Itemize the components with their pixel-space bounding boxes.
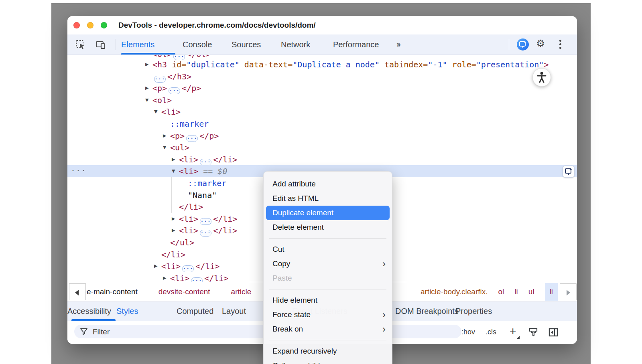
- dom-tree-row[interactable]: ···</h3>: [67, 71, 577, 83]
- settings-gear-icon[interactable]: ⚙: [536, 38, 545, 49]
- dom-token-tag: </li>: [213, 155, 237, 164]
- dom-token-tag: <li>: [161, 261, 181, 271]
- collapsed-children-pill[interactable]: ···: [200, 159, 211, 166]
- ai-assistant-icon[interactable]: [517, 38, 529, 51]
- collapsed-children-pill[interactable]: ···: [154, 76, 166, 83]
- inspect-icon[interactable]: [75, 40, 86, 50]
- sidebar-tab-accessibility[interactable]: Accessibility: [67, 302, 111, 321]
- expand-arrow-icon[interactable]: ▶: [163, 272, 166, 282]
- dom-tree-row[interactable]: ▶<li>···</li>: [67, 154, 577, 166]
- dom-token-attr: id=: [167, 60, 186, 69]
- sidebar-tab-properties[interactable]: Properties: [455, 302, 492, 321]
- dom-tree-row[interactable]: ▼<ul>: [67, 142, 577, 154]
- collapse-arrow-icon[interactable]: ▼: [145, 94, 148, 106]
- row-options-dots[interactable]: ···: [71, 164, 86, 176]
- more-tabs-button[interactable]: ››: [396, 34, 400, 55]
- dom-token-tag: <li>: [170, 273, 189, 282]
- collapsed-children-pill[interactable]: ···: [191, 277, 203, 282]
- breadcrumb-item[interactable]: article-body.clearfix.: [421, 287, 488, 296]
- toolbar-divider-right: [509, 39, 509, 50]
- rendering-brush-icon[interactable]: [528, 327, 538, 338]
- tab-elements[interactable]: Elements: [121, 34, 154, 55]
- expand-arrow-icon[interactable]: ▶: [145, 59, 148, 71]
- expand-arrow-icon[interactable]: ▶: [163, 130, 166, 142]
- context-menu-item-copy[interactable]: Copy›: [264, 257, 392, 271]
- pseudo-state-toggle[interactable]: :hov: [461, 321, 475, 344]
- breadcrumb-item[interactable]: devsite-content: [158, 287, 210, 296]
- dom-node-text: ···</h3>: [152, 71, 191, 83]
- collapsed-children-pill[interactable]: ···: [200, 218, 211, 225]
- breadcrumb-item[interactable]: ul: [528, 287, 534, 296]
- device-toolbar-icon[interactable]: [95, 40, 106, 50]
- zoom-button[interactable]: [101, 22, 107, 28]
- dom-token-eq: ==: [198, 166, 217, 176]
- collapsed-children-pill[interactable]: ···: [169, 87, 180, 94]
- collapsed-children-pill[interactable]: ···: [182, 265, 194, 272]
- breadcrumb-item-selected[interactable]: li: [545, 283, 558, 301]
- tab-console[interactable]: Console: [183, 34, 212, 55]
- close-button[interactable]: [73, 22, 80, 28]
- breadcrumb-item[interactable]: ol: [498, 287, 504, 296]
- new-style-rule-button[interactable]: +: [510, 321, 516, 344]
- expand-arrow-icon[interactable]: ▶: [172, 213, 175, 225]
- filter-input[interactable]: [92, 326, 214, 338]
- dom-token-tag: <ol>: [152, 95, 172, 105]
- dom-token-tag: >: [544, 60, 549, 69]
- dom-token-value: "duplicate": [186, 60, 239, 69]
- breadcrumb-item[interactable]: article: [231, 287, 252, 296]
- dom-token-tag: <li>: [179, 214, 198, 224]
- sidebar-tab-computed[interactable]: Computed: [177, 302, 213, 321]
- sidebar-tab-styles[interactable]: Styles: [116, 302, 138, 321]
- devtools-toolbar: ElementsConsoleSourcesNetworkPerformance…: [67, 34, 577, 55]
- class-toggle[interactable]: .cls: [486, 321, 496, 344]
- collapse-arrow-icon[interactable]: ▼: [154, 106, 157, 118]
- dom-tree-row[interactable]: ::marker: [67, 118, 577, 130]
- context-menu-item-expand-recursively[interactable]: Expand recursively: [264, 344, 392, 358]
- collapsed-children-pill[interactable]: ···: [200, 230, 211, 237]
- selected-tab-underline: [121, 53, 175, 55]
- toggle-sidebar-icon[interactable]: [548, 327, 559, 338]
- menu-separator: [269, 238, 386, 239]
- dom-tree-row[interactable]: ▼<li>: [67, 106, 577, 118]
- dom-token-tag: </p>: [199, 131, 219, 141]
- dom-tree-row[interactable]: ▶<p>···</p>: [67, 82, 577, 94]
- expand-arrow-icon[interactable]: ▶: [172, 154, 175, 166]
- dom-token-tag: </ul>: [170, 238, 194, 247]
- breadcrumb-scroll-left-button[interactable]: [69, 283, 86, 300]
- kebab-menu-icon[interactable]: [559, 40, 562, 51]
- sidebar-tab-dom-breakpoints[interactable]: DOM Breakpoints: [395, 302, 459, 321]
- ai-assistant-badge-icon[interactable]: [563, 166, 575, 178]
- dom-tree-row[interactable]: ▶<h3 id="duplicate" data-text="Duplicate…: [67, 59, 577, 71]
- expand-arrow-icon[interactable]: ▶: [154, 260, 157, 272]
- context-menu-item-delete-element[interactable]: Delete element: [264, 220, 392, 235]
- context-menu-item-force-state[interactable]: Force state›: [264, 307, 392, 322]
- context-menu-item-duplicate-element[interactable]: Duplicate element: [266, 206, 390, 220]
- context-menu-item-collapse-children[interactable]: Collapse children: [264, 358, 392, 364]
- context-menu-item-paste: Paste: [264, 271, 392, 285]
- sidebar-tab-layout[interactable]: Layout: [222, 302, 246, 321]
- dom-token-tag: </li>: [213, 226, 237, 235]
- collapse-arrow-icon[interactable]: ▼: [163, 142, 166, 154]
- tab-performance[interactable]: Performance: [333, 34, 379, 55]
- context-menu-item-edit-as-html[interactable]: Edit as HTML: [264, 191, 392, 206]
- breadcrumb-item[interactable]: li: [514, 287, 518, 296]
- dom-node-text: <h3 id="duplicate" data-text="Duplicate …: [152, 59, 549, 71]
- minimize-button[interactable]: [87, 22, 93, 28]
- tab-sources[interactable]: Sources: [232, 34, 261, 55]
- context-menu-item-hide-element[interactable]: Hide element: [264, 293, 392, 307]
- expand-arrow-icon[interactable]: ▶: [172, 224, 175, 237]
- collapsed-children-pill[interactable]: ···: [186, 135, 198, 142]
- expand-arrow-icon[interactable]: ▶: [145, 82, 148, 94]
- context-menu-item-add-attribute[interactable]: Add attribute: [264, 177, 392, 191]
- breadcrumb-scroll-right-button[interactable]: [560, 283, 577, 300]
- context-menu-item-break-on[interactable]: Break on›: [264, 322, 392, 336]
- dom-node-text: <li>···</li>: [179, 154, 237, 166]
- collapse-arrow-icon[interactable]: ▼: [172, 165, 175, 177]
- dom-tree-row[interactable]: ▼<ol>: [67, 94, 577, 106]
- dom-tree-row[interactable]: ▶<p>···</p>: [67, 130, 577, 142]
- tab-network[interactable]: Network: [281, 34, 310, 55]
- dom-token-tag: <li>: [179, 226, 198, 235]
- breadcrumb-item[interactable]: e-main-content: [87, 287, 138, 296]
- accessibility-person-icon[interactable]: [532, 68, 551, 87]
- context-menu-item-cut[interactable]: Cut: [264, 242, 392, 257]
